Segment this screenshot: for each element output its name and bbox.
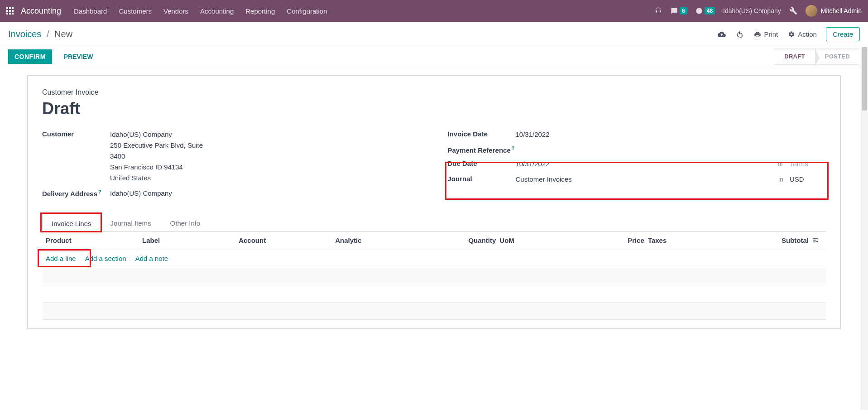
- breadcrumb-current: New: [54, 29, 72, 39]
- user-menu[interactable]: Mitchell Admin: [806, 5, 862, 17]
- scrollbar-thumb[interactable]: [862, 47, 867, 111]
- tab-invoice-lines[interactable]: Invoice Lines: [42, 215, 101, 232]
- col-qty: Quantity: [432, 236, 499, 245]
- activities-icon[interactable]: 48: [695, 7, 715, 14]
- help-icon[interactable]: ?: [98, 189, 101, 194]
- discard-icon[interactable]: [736, 30, 744, 39]
- journal-field[interactable]: Customer Invoices: [516, 174, 572, 185]
- customer-label: Customer: [42, 129, 110, 138]
- col-account: Account: [239, 236, 335, 245]
- preview-button[interactable]: PREVIEW: [58, 49, 100, 64]
- add-section-button[interactable]: Add a section: [85, 255, 126, 263]
- col-analytic: Analytic: [335, 236, 432, 245]
- nav-dashboard[interactable]: Dashboard: [74, 7, 107, 15]
- messages-badge: 6: [680, 7, 687, 14]
- col-uom: UoM: [499, 236, 564, 245]
- create-button[interactable]: Create: [826, 27, 860, 41]
- nav-reporting[interactable]: Reporting: [245, 7, 275, 15]
- breadcrumb: Invoices / New: [8, 29, 72, 39]
- nav-customers[interactable]: Customers: [119, 7, 152, 15]
- form-title: Draft: [42, 99, 826, 118]
- print-button[interactable]: Print: [754, 30, 778, 38]
- add-note-button[interactable]: Add a note: [135, 255, 168, 263]
- lines-header: Product Label Account Analytic Quantity …: [42, 232, 826, 250]
- columns-options-icon[interactable]: [809, 236, 822, 245]
- col-product: Product: [46, 236, 142, 245]
- due-or: or: [778, 159, 783, 169]
- delivery-label: Delivery Address?: [42, 188, 110, 198]
- status-bar: DRAFT POSTED: [774, 48, 860, 65]
- scrollbar[interactable]: [861, 47, 868, 347]
- breadcrumb-root[interactable]: Invoices: [8, 29, 41, 39]
- empty-row: [42, 268, 826, 285]
- journal-in: in: [778, 174, 783, 184]
- col-label: Label: [142, 236, 239, 245]
- user-name: Mitchell Admin: [821, 7, 862, 14]
- cloud-save-icon[interactable]: [718, 30, 726, 39]
- invoice-date-field[interactable]: 10/31/2022: [516, 129, 826, 140]
- nav-configuration[interactable]: Configuration: [287, 7, 327, 15]
- topnav-menu: Dashboard Customers Vendors Accounting R…: [74, 7, 327, 15]
- invoice-date-label: Invoice Date: [448, 129, 516, 138]
- due-date-label: Due Date: [448, 159, 516, 167]
- currency-field[interactable]: USD: [790, 174, 826, 185]
- help-icon[interactable]: ?: [512, 145, 515, 151]
- col-subtotal: Subtotal: [728, 236, 809, 245]
- nav-accounting[interactable]: Accounting: [200, 7, 234, 15]
- support-icon[interactable]: [654, 7, 662, 15]
- form-sheet: Customer Invoice Draft Customer Idaho(US…: [27, 75, 841, 329]
- journal-label: Journal: [448, 174, 516, 183]
- company-switcher[interactable]: Idaho(US) Company: [723, 7, 781, 14]
- col-taxes: Taxes: [648, 236, 729, 245]
- tab-other-info[interactable]: Other Info: [161, 214, 210, 232]
- tab-journal-items[interactable]: Journal Items: [101, 214, 161, 232]
- nav-vendors[interactable]: Vendors: [163, 7, 188, 15]
- confirm-button[interactable]: CONFIRM: [8, 49, 52, 64]
- messages-icon[interactable]: 6: [671, 7, 687, 14]
- app-brand: Accounting: [21, 6, 61, 16]
- apps-icon[interactable]: [6, 7, 14, 14]
- debug-icon[interactable]: [789, 7, 797, 15]
- add-line-button[interactable]: Add a line: [46, 255, 76, 263]
- empty-row: [42, 285, 826, 303]
- delivery-field[interactable]: Idaho(US) Company: [110, 188, 421, 199]
- terms-field[interactable]: Terms: [790, 159, 826, 169]
- status-draft[interactable]: DRAFT: [774, 48, 815, 65]
- payref-label: Payment Reference?: [448, 145, 516, 154]
- status-posted[interactable]: POSTED: [815, 48, 860, 65]
- customer-field[interactable]: Idaho(US) Company 250 Executive Park Blv…: [110, 129, 421, 183]
- action-button[interactable]: Action: [788, 30, 817, 38]
- avatar: [806, 5, 817, 17]
- empty-row: [42, 303, 826, 320]
- due-date-field[interactable]: 10/31/2022: [516, 159, 550, 169]
- activities-badge: 48: [705, 7, 715, 14]
- form-subtitle: Customer Invoice: [42, 88, 826, 96]
- col-price: Price: [564, 236, 648, 245]
